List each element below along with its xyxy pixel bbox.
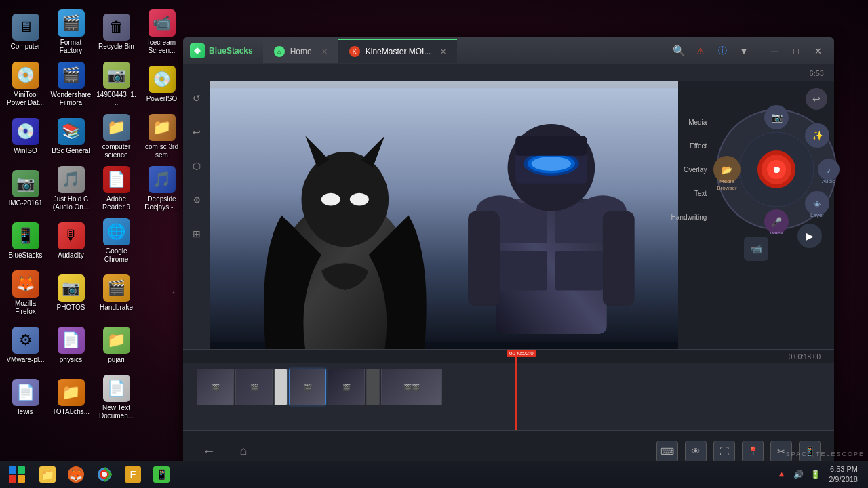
desktop-icon-icecream[interactable]: 📹 Icecream Screen... <box>140 7 184 58</box>
clip-5[interactable]: 🎬 <box>328 369 365 405</box>
desktop-icon-adobe[interactable]: 📄 Adobe Reader 9 <box>94 163 138 214</box>
km-home-nav-btn[interactable]: ⌂ <box>231 439 256 464</box>
14900-label: 14900443_1... <box>96 91 137 107</box>
taskbar-clock[interactable]: 6:53 PM 2/9/2018 <box>825 464 861 485</box>
km-fullscreen-btn[interactable]: ⛶ <box>713 441 735 462</box>
tab-kinemaster[interactable]: K KineMaster MOI... ✕ <box>338 39 458 63</box>
minimize-btn[interactable]: ─ <box>765 41 784 60</box>
km-label-overlay: Overlay <box>671 166 707 174</box>
desktop-icon-bluestacks[interactable]: 📱 BlueStacks <box>3 216 47 266</box>
desktop-icon-physics[interactable]: 📄 physics <box>49 320 93 371</box>
taskbar-items: 📁 🦊 F 📱 <box>34 462 175 487</box>
km-location-btn[interactable]: 📍 <box>742 441 764 462</box>
toolbar-info-btn[interactable]: ⓘ <box>713 41 732 60</box>
km-play-button[interactable]: ▶ <box>797 224 822 248</box>
window-titlebar[interactable]: BlueStacks ⌂ Home ✕ K KineMaster MOI... … <box>183 37 834 64</box>
desktop-icon-photos[interactable]: 📷 PHOTOS <box>49 268 93 319</box>
desktop-icon-vmware[interactable]: ⚙ VMware-pl... <box>3 320 47 371</box>
pujari-label: pujari <box>108 356 124 364</box>
desktop-icon-newtext[interactable]: 📄 New Text Documen... <box>94 372 138 423</box>
desktop-icon-poweriso[interactable]: 💿 PowerISO <box>140 59 184 110</box>
bsc-icon: 📚 <box>58 118 85 145</box>
km-settings-btn[interactable]: ⚙ <box>186 190 207 210</box>
desktop-icon-wondershare[interactable]: 🎬 Wondershare Filmora <box>49 59 93 110</box>
icecream-label: Icecream Screen... <box>141 39 182 55</box>
km-effect-btn[interactable]: ✨ <box>805 123 829 148</box>
winiso-label: WinISO <box>14 147 37 155</box>
video-frame <box>210 81 678 349</box>
desktop-icon-lewis[interactable]: 📄 lewis <box>3 372 47 423</box>
timeline-total-time: 0:00:18.00 <box>789 353 821 361</box>
km-voice-btn[interactable]: 🎤 Voice <box>764 209 789 234</box>
clip-6[interactable] <box>366 369 380 405</box>
desktop-icon-comsc3rd[interactable]: 📁 com sc 3rd sem <box>140 111 184 162</box>
desktop-icon-handbrake[interactable]: 🎬 Handbrake <box>94 268 138 319</box>
km-audio-btn[interactable]: ♪ Audio <box>818 159 840 184</box>
km-share-btn[interactable]: ⬡ <box>186 156 207 176</box>
desktop-icon-justhold[interactable]: 🎵 Just Hold C (Audio On... <box>49 163 93 214</box>
desktop-icon-bsc[interactable]: 📚 BSc General <box>49 111 93 162</box>
km-keyboard-btn[interactable]: ⌨ <box>656 441 678 462</box>
desktop-icon-compsci[interactable]: 📁 computer science <box>94 111 138 162</box>
km-back-btn[interactable]: ← <box>197 439 221 464</box>
desktop-icon-winiso[interactable]: 💿 WinISO <box>3 111 47 162</box>
km-time-display: 6:53 <box>810 69 824 77</box>
tray-battery-icon[interactable]: 🔋 <box>808 468 822 481</box>
vmware-icon: ⚙ <box>12 327 39 354</box>
desktop-icon-firefox[interactable]: 🦊 Mozilla Firefox <box>3 268 47 319</box>
clip-1[interactable]: 🎬 <box>197 369 234 405</box>
compsci-label: computer science <box>96 143 137 159</box>
start-sq-4 <box>18 475 25 483</box>
desktop-icon-img20161[interactable]: 📷 IMG-20161 <box>3 163 47 214</box>
tab-home[interactable]: ⌂ Home ✕ <box>263 39 338 63</box>
format-icon: 🎬 <box>58 9 85 37</box>
adobe-label: Adobe Reader 9 <box>96 195 137 211</box>
desktop-icon-pujari[interactable]: 📁 pujari <box>94 320 138 371</box>
desktop-icon-minitool[interactable]: 💿 MiniTool Power Dat... <box>3 59 47 110</box>
km-panel-media-icon[interactable]: 📹 <box>744 237 768 261</box>
clip-7[interactable]: 🎬🎬 <box>381 369 442 405</box>
tray-volume-icon[interactable]: 🔊 <box>791 468 805 481</box>
km-view-btn[interactable]: 👁 <box>685 441 707 462</box>
recycle-label: Recycle Bin <box>98 43 134 51</box>
home-tab-close[interactable]: ✕ <box>321 47 328 56</box>
maximize-btn[interactable]: □ <box>787 41 806 60</box>
toolbar-alert-btn[interactable]: ⚠ <box>691 41 710 60</box>
clip-4[interactable]: 🎬 <box>289 369 326 405</box>
winiso-icon: 💿 <box>12 118 39 145</box>
tray-network-icon[interactable]: 🔺 <box>774 468 788 481</box>
poweriso-icon: 💿 <box>149 66 176 93</box>
desktop-icon-audacity[interactable]: 🎙 Audacity <box>49 216 93 266</box>
taskbar-explorer[interactable]: 📁 <box>34 462 61 487</box>
desktop-icon-14900[interactable]: 📷 14900443_1... <box>94 59 138 110</box>
desktop-icon-recycle[interactable]: 🗑 Recycle Bin <box>94 7 138 58</box>
toolbar-search-btn[interactable]: 🔍 <box>669 41 688 60</box>
desktop-icon-total[interactable]: 📁 TOTALchs... <box>49 372 93 423</box>
toolbar-menu-btn[interactable]: ▼ <box>734 41 753 60</box>
clip-3[interactable] <box>274 369 288 405</box>
km-record-icon: ⏺ <box>772 164 781 175</box>
km-undo-btn[interactable]: ↩ <box>186 122 207 142</box>
desktop-icon-computer[interactable]: 🖥 Computer <box>3 7 47 58</box>
taskbar-firefox[interactable]: 🦊 <box>62 462 90 487</box>
svg-text:◈: ◈ <box>814 199 821 209</box>
kinemaster-tab-close[interactable]: ✕ <box>440 47 446 56</box>
close-btn[interactable]: ✕ <box>808 41 827 60</box>
desktop-icon-deepside[interactable]: 🎵 Deepside Deejays -... <box>140 163 184 214</box>
desktop-icon-format[interactable]: 🎬 Format Factory <box>49 7 93 58</box>
clip-2[interactable]: 🎬 <box>235 369 273 405</box>
km-refresh-btn[interactable]: ↺ <box>186 88 207 108</box>
km-media-btn[interactable]: 📷 <box>764 105 789 129</box>
km-browser-btn[interactable]: 📂 Media Browser <box>713 156 741 191</box>
comsc3rd-label: com sc 3rd sem <box>141 143 182 159</box>
start-button[interactable] <box>3 462 31 487</box>
taskbar-format[interactable]: F <box>119 462 146 487</box>
svg-point-5 <box>321 193 340 206</box>
explorer-taskbar-icon: 📁 <box>39 466 56 483</box>
desktop-icon-chrome[interactable]: 🌐 Google Chrome <box>94 216 138 266</box>
firefox-label: Mozilla Firefox <box>5 300 46 316</box>
svg-text:🎤: 🎤 <box>771 216 783 228</box>
taskbar-chrome[interactable] <box>91 462 118 487</box>
km-layers-btn[interactable]: ⊞ <box>186 224 207 244</box>
taskbar-bluestacks[interactable]: 📱 <box>148 462 175 487</box>
